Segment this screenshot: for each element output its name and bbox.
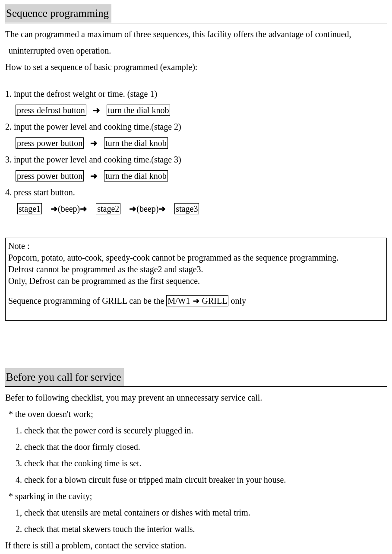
- step3-box-b: turn the dial knob: [104, 170, 168, 181]
- arrow-icon: ➜: [129, 204, 136, 213]
- service-c6: 2. check that metal skewers touch the in…: [5, 522, 387, 536]
- step2-flow: press power button ➜ turn the dial knob: [5, 136, 387, 150]
- note-line4a: Sequence programming of GRILL can be the: [8, 296, 166, 306]
- stage-flow: stage1 ➜(beep)➜ stage2 ➜(beep)➜ stage3: [5, 201, 387, 216]
- note-line1: Popcorn, potato, auto-cook, speedy-cook …: [8, 252, 384, 263]
- arrow-icon: ➜: [80, 204, 87, 213]
- service-c2: 2. check that the door firmly closed.: [5, 439, 387, 454]
- section-header-service: Before you call for service: [5, 368, 387, 387]
- arrow-icon: ➜: [90, 138, 98, 148]
- section-title-sequence: Sequence programming: [5, 4, 111, 23]
- stage2-box: stage2: [96, 203, 120, 214]
- service-c4: 4. check for a blown circuit fuse or tri…: [5, 472, 387, 487]
- arrow-icon: ➜: [90, 171, 98, 181]
- step1-box-b: turn the dial knob: [107, 105, 171, 116]
- service-h1: * the oven doesn't work;: [5, 407, 387, 421]
- service-outro: If there is still a problem, contact the…: [5, 538, 387, 553]
- intro-line-2: uninterrupted oven operation.: [5, 43, 387, 58]
- howto-line: How to set a sequence of basic programme…: [5, 60, 387, 74]
- service-c5: 1, check that utensils are metal contain…: [5, 505, 387, 520]
- step1: 1. input the defrost weight or time. (st…: [5, 86, 387, 101]
- note-line4b: only: [228, 296, 246, 306]
- note-line2: Defrost cannot be programmed as the stag…: [8, 264, 384, 275]
- stage3-box: stage3: [174, 203, 199, 214]
- arrow-icon: ➜: [158, 204, 166, 213]
- step1-flow: press defrost button ➜ turn the dial kno…: [5, 103, 387, 118]
- step3-flow: press power button ➜ turn the dial knob: [5, 169, 387, 183]
- intro-line-1: The can programmed a maximum of three se…: [5, 27, 387, 41]
- service-h2: * sparking in the cavity;: [5, 489, 387, 503]
- step3: 3. input the power level and cooking tim…: [5, 152, 387, 167]
- step2: 2. input the power level and cooking tim…: [5, 119, 387, 134]
- note-line3: Only, Defrost can be programmed as the f…: [8, 276, 384, 287]
- section-header-sequence: Sequence programming: [5, 4, 387, 23]
- arrow-icon: ➜: [93, 105, 100, 115]
- section-title-service: Before you call for service: [5, 368, 124, 387]
- service-c3: 3. check that the cooking time is set.: [5, 456, 387, 471]
- service-intro: Befer to following checklist, you may pr…: [5, 390, 387, 405]
- step4: 4. press start button.: [5, 185, 387, 200]
- beep-text: (beep): [58, 204, 80, 213]
- note-grill-box: M/W1 ➜ GRILL: [166, 295, 228, 306]
- step3-box-a: press power button: [16, 170, 84, 181]
- step2-box-a: press power button: [16, 137, 84, 149]
- service-c1: 1. check that the power cord is securely…: [5, 423, 387, 438]
- beep-text: (beep): [136, 204, 158, 213]
- stage1-box: stage1: [17, 203, 42, 214]
- note-title: Note :: [8, 241, 384, 252]
- note-line4: Sequence programming of GRILL can be the…: [8, 295, 384, 306]
- step1-box-a: press defrost button: [16, 105, 86, 116]
- note-box: Note : Popcorn, potato, auto-cook, speed…: [5, 238, 387, 321]
- step2-box-b: turn the dial knob: [104, 137, 168, 149]
- arrow-icon: ➜: [51, 204, 58, 213]
